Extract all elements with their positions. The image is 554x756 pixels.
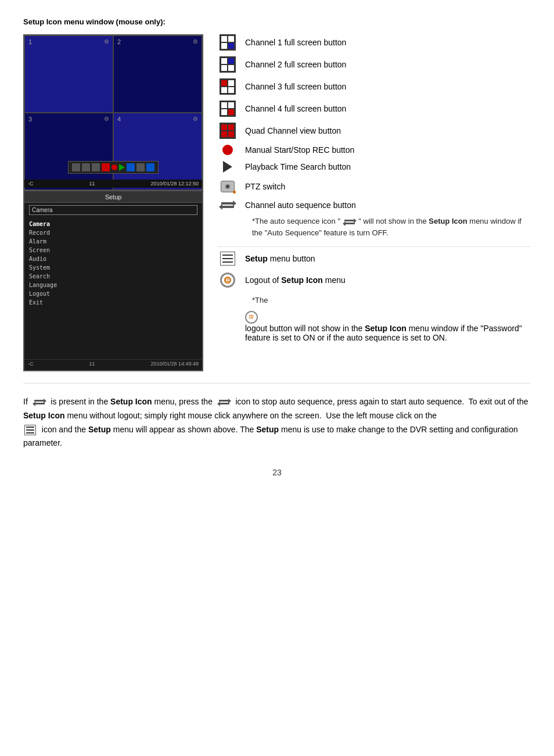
bottom-arrows-2 (219, 400, 229, 404)
dvr-timestamp-2: 2010/01/28 14:49:48 (150, 361, 199, 367)
autoseq-icon-cell (217, 202, 238, 208)
ch3-q2 (228, 80, 235, 87)
ch4-q4 (228, 109, 235, 116)
ch4-label: Channel 4 full screen button (245, 104, 346, 113)
setup-menu-screen: Screen (29, 246, 197, 255)
setup-menu-record: Record (29, 228, 197, 237)
ch3-label: Channel 3 full screen button (245, 82, 346, 91)
play-row: Playback Time Search button (217, 161, 531, 173)
ch1-icon (220, 34, 236, 51)
play-label: Playback Time Search button (245, 162, 351, 171)
cell-icon-3: ⚙ (104, 116, 109, 122)
bottom-arrow-r-2 (219, 400, 229, 402)
dvr-cam-label: -C (28, 181, 34, 187)
ch2-q2 (228, 58, 235, 65)
quad-icon (220, 123, 236, 139)
autoseq-note-text: *The auto sequence icon " " will not sho… (252, 216, 531, 238)
tb-ch1-icon (72, 163, 80, 171)
tb-quad-icon (102, 163, 110, 171)
ptz-icon (219, 178, 236, 195)
setup-title-bar: Setup (24, 192, 202, 203)
setup-menu-audio: Audio (29, 255, 197, 263)
logout-icon-cell: ⚿ (217, 271, 238, 289)
ch4-q1 (221, 102, 228, 109)
quad-cell-3: 3 ⚙ (24, 113, 113, 190)
cell-num-1: 1 (28, 38, 32, 45)
logout-label: Logout of Setup Icon menu (245, 275, 346, 285)
bottom-paragraph: If is present in the Setup Icon menu, pr… (23, 395, 531, 450)
ch3-q4 (228, 87, 235, 94)
left-panel: 1 ⚙ 2 ⚙ 3 ⚙ 4 ⚙ (23, 34, 203, 371)
ch4-q3 (221, 109, 228, 116)
setup-line-2 (222, 258, 233, 259)
ch3-q1 (221, 80, 228, 87)
rec-label: Manual Start/Stop REC button (245, 145, 354, 155)
ch2-q3 (221, 65, 228, 71)
setup-line-1 (222, 255, 233, 256)
dvr-status-bar: -C 11 2010/01/28 12:12:50 (24, 180, 202, 188)
main-content: 1 ⚙ 2 ⚙ 3 ⚙ 4 ⚙ (23, 34, 531, 371)
dvr-toolbar (68, 161, 159, 174)
setup-chan-label: 11 (89, 361, 95, 367)
inline-setup-icon (24, 425, 36, 435)
ch1-q4 (228, 42, 235, 49)
setup-menu-camera: Camera (29, 220, 197, 228)
cell-icon-1: ⚙ (104, 38, 109, 45)
setup-menu-language: Language (29, 281, 197, 289)
quad-row: Quad Channel view button (217, 123, 531, 139)
dvr-setup-screen: Setup Camera Camera Record Alarm Screen … (23, 191, 203, 371)
ch2-icon (220, 56, 236, 73)
setup-lines-icon (220, 252, 235, 266)
quad-icon-cell (217, 123, 238, 139)
tb-setup-icon (146, 163, 154, 171)
ch4-icon (220, 101, 236, 117)
setup-btn-icon-cell (217, 252, 238, 266)
bottom-arrow-r-1 (34, 400, 45, 402)
setup-menu-logout: Logout (29, 289, 197, 298)
autoseq-icon (221, 202, 234, 208)
dvr-quad-screen: 1 ⚙ 2 ⚙ 3 ⚙ 4 ⚙ (23, 34, 203, 191)
ch3-q3 (221, 87, 228, 94)
ptz-dot (233, 191, 236, 194)
ch3-icon (220, 78, 236, 95)
quad-cell-2: 2 ⚙ (113, 35, 202, 113)
quad-label: Quad Channel view button (245, 126, 341, 135)
setup-menu-alarm: Alarm (29, 237, 197, 246)
rec-row: Manual Start/Stop REC button (217, 145, 531, 155)
cell-num-2: 2 (117, 38, 121, 45)
inline-setup-line-3 (26, 432, 34, 433)
autoseq-note: *The auto sequence icon " " will not sho… (245, 216, 531, 238)
ch1-q3 (221, 42, 228, 49)
bottom-arrow-l-2 (219, 403, 229, 404)
setup-status-bar: -C 11 2010/01/28 14:49:48 (24, 359, 202, 368)
setup-line-3 (222, 261, 233, 263)
autoseq-label: Channel auto sequence button (245, 200, 356, 210)
ch4-icon-cell (217, 101, 238, 117)
setup-input-box: Camera (29, 205, 197, 215)
arrow-right-icon (221, 202, 234, 205)
separator-2 (23, 383, 531, 384)
ch4-row: Channel 4 full screen button (217, 101, 531, 117)
inline-arrow-l-1 (344, 223, 355, 224)
ch3-icon-cell (217, 78, 238, 95)
rec-dot-icon (222, 145, 233, 155)
section-title: Setup Icon menu window (mouse only): (23, 17, 531, 26)
ptz-lens (225, 184, 230, 189)
logout-key: ⚿ (225, 278, 230, 283)
inline-setup-line-2 (26, 429, 34, 431)
setup-cam-label: -C (28, 361, 34, 367)
ch1-label: Channel 1 full screen button (245, 38, 346, 47)
logout-row: ⚿ Logout of Setup Icon menu (217, 271, 531, 289)
ch1-q1 (221, 35, 228, 42)
inline-setup-line-1 (26, 427, 34, 428)
rec-icon-cell (217, 145, 238, 155)
logout-inline-circle: ⚿ (245, 311, 258, 324)
separator-1 (217, 246, 531, 247)
inline-arrow-r-1 (344, 220, 355, 221)
cell-icon-4: ⚙ (193, 116, 198, 122)
bottom-arrow-l-1 (34, 403, 45, 404)
quad-q1 (221, 124, 228, 131)
tb-ch3-icon (92, 163, 100, 171)
ch2-row: Channel 2 full screen button (217, 56, 531, 73)
quad-cell-4: 4 ⚙ (113, 113, 202, 190)
